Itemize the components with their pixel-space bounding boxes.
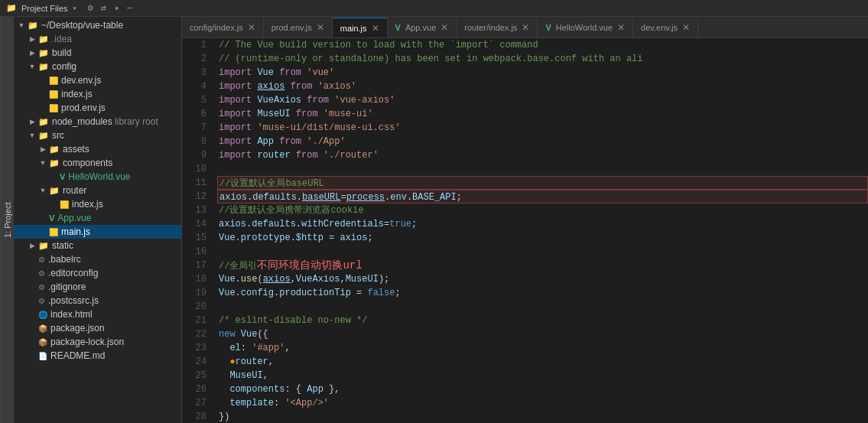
tree-item-components[interactable]: ▼ 📁 components <box>14 156 181 170</box>
tab-close-icon[interactable]: ✕ <box>522 23 529 32</box>
line-num: 24 <box>182 355 206 369</box>
tree-item-assets[interactable]: ▶ 📁 assets <box>14 142 181 156</box>
folder-icon: 📁 <box>38 62 49 72</box>
line-num: 26 <box>182 382 206 396</box>
file-tree: ▼ 📁 ~/Desktop/vue-table ▶ 📁 .idea ▶ 📁 bu… <box>14 17 182 423</box>
arrow-icon: ▶ <box>28 35 37 43</box>
settings-icon[interactable]: ✦ <box>114 2 119 14</box>
project-panel-label[interactable]: 1: Project <box>0 17 14 423</box>
tab-label: HelloWorld.vue <box>556 23 613 32</box>
folder-icon: 📁 <box>38 131 49 141</box>
tree-label: index.html <box>50 309 93 320</box>
tree-item-router[interactable]: ▼ 📁 router <box>14 184 181 197</box>
dropdown-arrow-icon[interactable]: ▾ <box>73 4 77 13</box>
code-line-18: Vue.use(axios,VueAxios,MuseUI); <box>219 272 868 286</box>
folder-icon: 📁 <box>38 48 49 58</box>
line-num: 11 <box>182 176 206 190</box>
tab-close-icon[interactable]: ✕ <box>617 23 625 32</box>
line-num: 15 <box>182 231 206 245</box>
tree-item-router-index[interactable]: 🟨 index.js <box>14 197 181 211</box>
sync-icon[interactable]: ⇄ <box>101 2 106 14</box>
tab-app-vue[interactable]: V App.vue ✕ <box>388 18 457 37</box>
tree-item-babelrc[interactable]: ⚙ .babelrc <box>14 252 181 266</box>
tree-item-index-html[interactable]: 🌐 index.html <box>14 307 181 321</box>
config-file-icon: ⚙ <box>38 255 45 264</box>
tree-root[interactable]: ▼ 📁 ~/Desktop/vue-table <box>14 18 181 32</box>
js-file-icon: 🟨 <box>60 200 69 209</box>
tree-item-dev-env[interactable]: 🟨 dev.env.js <box>14 73 181 87</box>
tree-label: .postcssrc.js <box>48 295 99 306</box>
arrow-icon: ▼ <box>38 159 47 167</box>
line-num: 8 <box>182 135 206 148</box>
code-line-6: import MuseUI from 'muse-ui' <box>219 107 868 121</box>
tab-close-icon[interactable]: ✕ <box>441 23 448 32</box>
json-file-icon: 📦 <box>38 338 47 347</box>
tab-prod-env[interactable]: prod.env.js ✕ <box>264 18 333 37</box>
line-num: 17 <box>182 259 206 272</box>
code-line-7: import 'muse-ui/dist/muse-ui.css' <box>219 121 868 135</box>
arrow-icon: ▼ <box>38 187 47 194</box>
tree-item-src[interactable]: ▼ 📁 src <box>14 129 181 142</box>
tree-item-main-js[interactable]: 🟨 main.js <box>14 225 181 239</box>
tree-item-helloworld[interactable]: V HelloWorld.vue <box>14 170 181 184</box>
tab-main-js[interactable]: main.js ✕ <box>333 18 388 37</box>
code-line-8: import App from './App' <box>219 135 868 148</box>
root-folder-icon: 📁 <box>28 21 38 31</box>
line-num: 21 <box>182 314 206 327</box>
line-num: 3 <box>182 66 206 80</box>
arrow-icon: ▶ <box>28 49 37 57</box>
tree-item-idea[interactable]: ▶ 📁 .idea <box>14 32 181 46</box>
js-file-icon: 🟨 <box>49 90 58 99</box>
tab-close-icon[interactable]: ✕ <box>317 23 324 32</box>
tree-item-config-index[interactable]: 🟨 index.js <box>14 87 181 101</box>
tree-label: README.md <box>50 350 105 361</box>
code-line-17: //全局引不同环境自动切换url <box>219 259 868 272</box>
gear-icon[interactable]: ⚙ <box>88 2 93 14</box>
tab-close-icon[interactable]: ✕ <box>682 23 690 32</box>
tree-label: package.json <box>50 323 105 334</box>
tree-label: dev.env.js <box>61 75 101 86</box>
arrow-icon: ▶ <box>38 145 47 153</box>
arrow-icon: ▶ <box>28 118 37 125</box>
line-num: 4 <box>182 80 206 93</box>
code-content[interactable]: // The Vue build version to load with th… <box>211 38 868 423</box>
tree-item-prod-env[interactable]: 🟨 prod.env.js <box>14 101 181 115</box>
line-num: 13 <box>182 203 206 217</box>
tab-label: App.vue <box>405 23 436 32</box>
code-line-12: axios.defaults.baseURL=process.env.BASE_… <box>217 190 868 203</box>
tree-item-readme[interactable]: 📄 README.md <box>14 349 181 363</box>
tab-config-index[interactable]: config/index.js ✕ <box>182 18 264 37</box>
tree-label: index.js <box>61 89 93 99</box>
line-num: 20 <box>182 300 206 314</box>
tree-label: package-lock.json <box>50 337 124 347</box>
code-editor[interactable]: 1 2 3 4 5 6 7 8 9 10 11 12 13 14 15 16 1… <box>182 38 868 423</box>
tab-close-icon[interactable]: ✕ <box>248 23 255 32</box>
config-file-icon: ⚙ <box>38 283 45 291</box>
tree-item-editorconfig[interactable]: ⚙ .editorconfig <box>14 266 181 280</box>
tree-item-package-lock[interactable]: 📦 package-lock.json <box>14 335 181 349</box>
tree-item-package-json[interactable]: 📦 package.json <box>14 321 181 335</box>
tree-item-gitignore[interactable]: ⚙ .gitignore <box>14 280 181 294</box>
tree-item-app-vue[interactable]: V App.vue <box>14 211 181 225</box>
tab-helloworld-vue[interactable]: V HelloWorld.vue ✕ <box>538 18 633 37</box>
code-line-9: import router from './router' <box>219 148 868 162</box>
tree-item-node-modules[interactable]: ▶ 📁 node_modules library root <box>14 115 181 129</box>
line-num: 12 <box>182 190 206 203</box>
code-line-2: // (runtime-only or standalone) has been… <box>219 52 868 66</box>
tab-close-icon[interactable]: ✕ <box>372 24 379 33</box>
tab-dev-env[interactable]: dev.env.js ✕ <box>633 18 698 37</box>
code-line-14: axios.defaults.withCredentials=true; <box>219 217 868 231</box>
tree-label: assets <box>63 144 89 155</box>
tree-item-config[interactable]: ▼ 📁 config <box>14 60 181 73</box>
json-file-icon: 📦 <box>38 324 47 333</box>
tree-item-static[interactable]: ▶ 📁 static <box>14 239 181 252</box>
tree-item-build[interactable]: ▶ 📁 build <box>14 46 181 60</box>
line-num: 14 <box>182 217 206 231</box>
tab-router-index[interactable]: router/index.js ✕ <box>457 18 538 37</box>
minimize-icon[interactable]: — <box>127 3 132 14</box>
editor-area: config/index.js ✕ prod.env.js ✕ main.js … <box>182 17 868 423</box>
code-line-19: Vue.config.productionTip = false; <box>219 286 868 300</box>
top-bar-icons: ⚙ ⇄ ✦ — <box>88 2 133 14</box>
tree-label: .babelrc <box>48 254 81 265</box>
tree-item-postcssrc[interactable]: ⚙ .postcssrc.js <box>14 294 181 307</box>
